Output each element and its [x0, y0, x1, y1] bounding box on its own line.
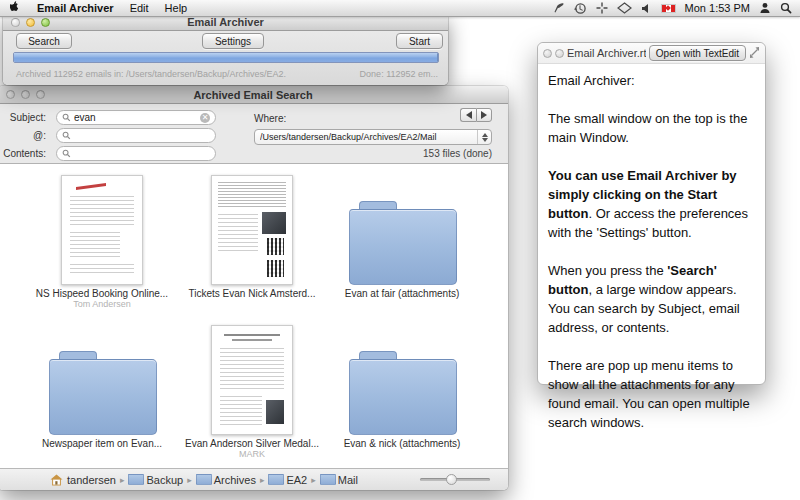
minimize-button[interactable] [21, 90, 30, 99]
home-icon [50, 474, 63, 486]
popup-arrows-icon [477, 130, 491, 144]
history-nav [460, 108, 492, 122]
email-archiver-window: Email Archiver Search Settings Start Arc… [3, 14, 448, 85]
quicklook-title-bar[interactable]: Email Archiver.rtf Open with TextEdit [538, 43, 765, 64]
document-text: Email Archiver:The small window on the t… [538, 64, 765, 432]
subject-value: evan [74, 112, 197, 123]
path-label: Backup [146, 474, 183, 486]
close-button[interactable] [11, 18, 20, 27]
file-item[interactable]: NS Hispeed Booking Online... Tom Anderse… [30, 172, 174, 309]
back-button[interactable] [460, 108, 476, 122]
paragraph: The small window on the top is the main … [548, 109, 755, 147]
back-icon [466, 111, 472, 119]
document-thumbnail [180, 322, 324, 435]
desktop: Email Archiver Edit Help Mon 1:53 PM [0, 0, 800, 500]
file-subtitle: Tom Andersen [30, 299, 174, 309]
folder-icon [330, 172, 474, 285]
apple-menu-icon[interactable] [10, 1, 21, 16]
where-value: /Users/tandersen/Backup/Archives/EA2/Mai… [260, 132, 477, 142]
folder-icon [196, 474, 210, 485]
spotlight-icon[interactable] [780, 2, 792, 14]
path-item[interactable]: Backup [128, 474, 183, 486]
fan-icon[interactable] [596, 2, 608, 14]
search-button[interactable]: Search [16, 33, 72, 49]
paragraph: You can use Email Archiver by simply cli… [548, 166, 755, 242]
address-search-field[interactable] [56, 128, 216, 143]
path-item[interactable]: Mail [320, 474, 358, 486]
minimize-button[interactable] [26, 18, 35, 27]
archived-email-search-window: Archived Email Search Subject: evan ✕ @:… [0, 86, 508, 490]
spaces-icon[interactable] [617, 2, 632, 14]
window-title: Email Archiver.rtf [567, 47, 646, 59]
file-item[interactable]: Tickets Evan Nick Amsterd... [180, 172, 324, 309]
done-count-text: Done: 112952 em... [360, 69, 438, 79]
file-item[interactable]: Evan Anderson Silver Medal... MARK [180, 322, 324, 459]
file-item[interactable]: Newspaper item on Evan... [30, 322, 174, 459]
menu-app-name[interactable]: Email Archiver [37, 2, 114, 14]
file-item[interactable]: Evan & nick (attachments) [330, 322, 474, 459]
fullscreen-button[interactable] [555, 49, 564, 58]
canada-flag-icon[interactable] [661, 4, 676, 13]
document-thumbnail [180, 172, 324, 285]
document-thumbnail [30, 172, 174, 285]
file-item[interactable]: Evan at fair (attachments) [330, 172, 474, 309]
start-button[interactable]: Start [396, 33, 443, 49]
open-with-texteditor-button[interactable]: Open with TextEdit [649, 45, 746, 61]
path-label: Mail [338, 474, 358, 486]
progress-fill [14, 53, 438, 62]
contents-search-field[interactable] [56, 146, 216, 161]
folder-icon [30, 322, 174, 435]
menu-edit[interactable]: Edit [130, 2, 149, 14]
results-area: NS Hispeed Booking Online... Tom Anderse… [0, 164, 508, 468]
file-subtitle [180, 299, 324, 309]
path-label: Archives [214, 474, 256, 486]
expand-icon[interactable] [749, 44, 760, 62]
volume-icon[interactable] [641, 3, 652, 14]
files-count: 153 files (done) [423, 148, 492, 159]
subject-search-field[interactable]: evan ✕ [56, 110, 216, 125]
file-subtitle [330, 449, 474, 459]
settings-button[interactable]: Settings [202, 33, 264, 49]
zoom-button[interactable] [36, 90, 45, 99]
folder-icon [268, 474, 282, 485]
file-name: Newspaper item on Evan... [30, 438, 174, 449]
zoom-button[interactable] [41, 18, 50, 27]
search-title-bar[interactable]: Archived Email Search [0, 86, 508, 104]
pen-icon[interactable] [553, 2, 565, 14]
path-separator: ▸ [311, 475, 316, 485]
close-button[interactable] [6, 90, 15, 99]
file-name: Evan Anderson Silver Medal... [180, 438, 324, 449]
menu-help[interactable]: Help [165, 2, 188, 14]
paragraph: There are pop up menu items to show all … [548, 356, 755, 432]
search-icon [62, 131, 71, 140]
search-toolbar: Subject: evan ✕ @: Contents: Where: /Use… [0, 104, 508, 164]
paragraph: Email Archiver: [548, 71, 755, 90]
file-name: Tickets Evan Nick Amsterd... [180, 288, 324, 299]
window-title: Email Archiver [3, 16, 448, 28]
file-subtitle [330, 299, 474, 309]
search-icon [62, 113, 71, 122]
where-dropdown[interactable]: /Users/tandersen/Backup/Archives/EA2/Mai… [254, 129, 492, 145]
where-label: Where: [254, 113, 286, 124]
icon-size-slider[interactable] [420, 474, 490, 484]
clear-icon[interactable]: ✕ [200, 113, 210, 123]
path-item[interactable]: Archives [196, 474, 256, 486]
slider-knob[interactable] [446, 474, 457, 485]
user-icon[interactable] [759, 2, 771, 14]
folder-icon [128, 474, 142, 485]
time-machine-icon[interactable] [574, 2, 587, 15]
menu-clock[interactable]: Mon 1:53 PM [685, 2, 750, 14]
address-label: @: [0, 130, 46, 141]
search-icon [62, 149, 71, 158]
progress-bar [13, 52, 439, 63]
path-item-home[interactable]: tandersen [50, 474, 116, 486]
folder-icon [330, 322, 474, 435]
forward-icon [481, 111, 487, 119]
menu-bar: Email Archiver Edit Help Mon 1:53 PM [0, 0, 800, 17]
path-item[interactable]: EA2 [268, 474, 307, 486]
forward-button[interactable] [476, 108, 492, 122]
paragraph: When you press the 'Search' button, a la… [548, 261, 755, 337]
path-separator: ▸ [187, 475, 192, 485]
close-button[interactable] [543, 49, 552, 58]
file-name: NS Hispeed Booking Online... [30, 288, 174, 299]
